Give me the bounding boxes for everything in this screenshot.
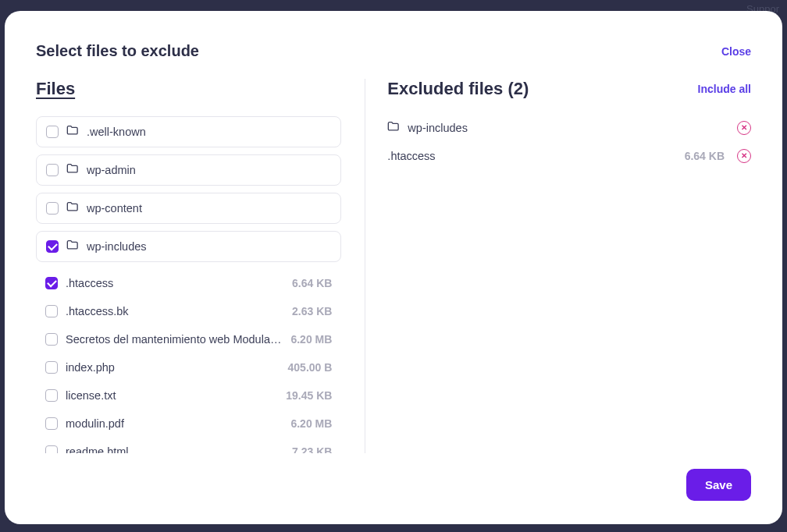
files-title-row: Files bbox=[36, 79, 349, 99]
item-name: .htaccess.bk bbox=[66, 305, 284, 317]
folder-row[interactable]: .well-known bbox=[36, 116, 341, 147]
item-name: wp-content bbox=[87, 202, 331, 215]
checkbox[interactable] bbox=[45, 305, 58, 317]
files-panel: Files .well-knownwp-adminwp-contentwp-in… bbox=[36, 79, 365, 453]
excluded-title-prefix: Excluded files bbox=[387, 79, 503, 98]
item-name: .htaccess bbox=[66, 277, 284, 289]
file-row[interactable]: .htaccess6.64 KB bbox=[36, 269, 341, 297]
folder-row[interactable]: wp-admin bbox=[36, 154, 341, 186]
remove-excluded-button[interactable] bbox=[737, 149, 751, 163]
exclude-files-modal: Select files to exclude Close Files .wel… bbox=[5, 11, 782, 524]
item-size: 6.20 MB bbox=[290, 417, 332, 430]
checkbox[interactable] bbox=[46, 202, 59, 215]
excluded-panel: Excluded files (2) Include all wp-includ… bbox=[365, 79, 751, 453]
item-size: 19.45 KB bbox=[286, 389, 332, 402]
save-button[interactable]: Save bbox=[686, 469, 751, 501]
file-row[interactable]: license.txt19.45 KB bbox=[36, 381, 341, 410]
item-name: Secretos del mantenimiento web Modular D… bbox=[66, 333, 283, 346]
modal-footer: Save bbox=[36, 453, 751, 501]
modal-header: Select files to exclude Close bbox=[36, 42, 751, 60]
excluded-row: .htaccess6.64 KB bbox=[387, 144, 751, 168]
file-row[interactable]: readme.html7.23 KB bbox=[36, 438, 341, 453]
excluded-size: 6.64 KB bbox=[685, 150, 725, 162]
excluded-count: 2 bbox=[514, 79, 523, 98]
item-name: .well-known bbox=[87, 126, 331, 138]
remove-excluded-button[interactable] bbox=[737, 121, 751, 135]
file-row[interactable]: index.php405.00 B bbox=[36, 353, 341, 381]
item-size: 6.20 MB bbox=[290, 333, 332, 346]
item-size: 405.00 B bbox=[288, 361, 333, 374]
file-row[interactable]: modulin.pdf6.20 MB bbox=[36, 410, 341, 438]
item-size: 6.64 KB bbox=[292, 277, 332, 289]
file-row[interactable]: .htaccess.bk2.63 KB bbox=[36, 297, 341, 325]
folder-icon bbox=[66, 163, 79, 177]
modal-columns: Files .well-knownwp-adminwp-contentwp-in… bbox=[36, 79, 751, 453]
folder-icon bbox=[387, 121, 400, 135]
folder-row[interactable]: wp-includes bbox=[36, 231, 341, 262]
item-name: license.txt bbox=[66, 389, 278, 402]
item-name: index.php bbox=[66, 361, 280, 374]
modal-title: Select files to exclude bbox=[36, 42, 199, 60]
checkbox[interactable] bbox=[45, 277, 58, 289]
file-list[interactable]: .well-knownwp-adminwp-contentwp-includes… bbox=[36, 116, 349, 453]
item-size: 2.63 KB bbox=[292, 305, 332, 317]
excluded-title: Excluded files (2) bbox=[387, 79, 529, 99]
checkbox[interactable] bbox=[46, 164, 59, 176]
checkbox[interactable] bbox=[45, 333, 58, 346]
folder-row[interactable]: wp-content bbox=[36, 193, 341, 224]
file-row[interactable]: Secretos del mantenimiento web Modular D… bbox=[36, 325, 341, 353]
files-title: Files bbox=[36, 79, 75, 99]
excluded-row: wp-includes bbox=[387, 116, 751, 140]
excluded-list: wp-includes.htaccess6.64 KB bbox=[387, 116, 751, 453]
item-name: readme.html bbox=[66, 445, 284, 453]
excluded-title-row: Excluded files (2) Include all bbox=[387, 79, 751, 99]
folder-icon bbox=[66, 239, 79, 254]
checkbox[interactable] bbox=[46, 240, 59, 253]
folder-icon bbox=[66, 201, 79, 215]
item-name: wp-admin bbox=[87, 164, 331, 176]
item-name: wp-includes bbox=[87, 240, 331, 253]
item-size: 7.23 KB bbox=[292, 445, 332, 453]
folder-icon bbox=[66, 125, 79, 139]
checkbox[interactable] bbox=[45, 389, 58, 402]
close-button[interactable]: Close bbox=[721, 45, 751, 58]
excluded-name: .htaccess bbox=[387, 150, 676, 162]
checkbox[interactable] bbox=[45, 417, 58, 430]
include-all-button[interactable]: Include all bbox=[698, 83, 751, 95]
checkbox[interactable] bbox=[45, 445, 58, 453]
checkbox[interactable] bbox=[46, 126, 59, 138]
excluded-name: wp-includes bbox=[408, 122, 729, 134]
checkbox[interactable] bbox=[45, 361, 58, 374]
item-name: modulin.pdf bbox=[66, 417, 283, 430]
